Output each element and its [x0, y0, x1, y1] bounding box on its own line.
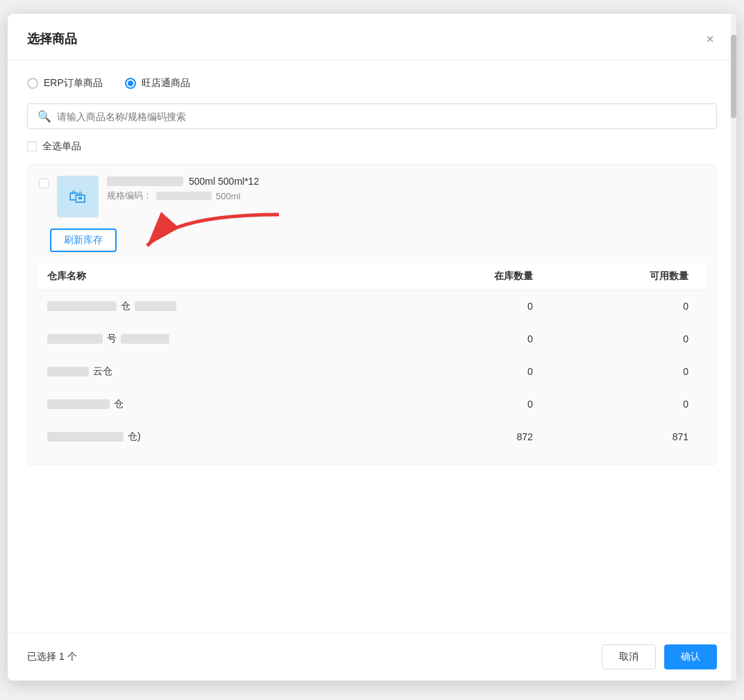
- table-row: 云仓 0 0: [39, 356, 705, 388]
- refresh-inventory-button[interactable]: 刷新库存: [50, 228, 117, 252]
- select-all-checkbox[interactable]: [27, 142, 37, 151]
- product-thumb-icon: 🛍: [69, 186, 87, 208]
- stock-cell-4: 0: [394, 388, 550, 421]
- col-header-available: 可用数量: [550, 263, 705, 290]
- footer-buttons: 取消 确认: [602, 644, 717, 669]
- select-all-label: 全选单品: [42, 140, 81, 153]
- scrollbar-track[interactable]: [731, 14, 736, 681]
- select-product-dialog: 选择商品 × ERP订单商品 旺店通商品 🔍: [8, 14, 736, 681]
- warehouse-suffix-3: 云仓: [93, 365, 112, 378]
- close-button[interactable]: ×: [703, 29, 717, 49]
- product-name-blur: [107, 176, 183, 186]
- warehouse-suffix-4: 仓: [114, 398, 124, 410]
- cancel-button[interactable]: 取消: [602, 644, 656, 669]
- warehouse-cell: 仓: [39, 290, 394, 323]
- radio-label-erp: ERP订单商品: [44, 77, 103, 90]
- available-cell-5: 871: [550, 421, 705, 453]
- search-icon: 🔍: [37, 110, 51, 123]
- stock-cell-1: 0: [394, 290, 550, 323]
- warehouse-suffix-2: 号: [107, 333, 117, 345]
- warehouse-cell: 仓: [39, 388, 394, 421]
- available-cell-1: 0: [550, 290, 705, 323]
- available-cell-3: 0: [550, 356, 705, 388]
- dialog-body: ERP订单商品 旺店通商品 🔍 全选单品: [8, 60, 736, 633]
- radio-group: ERP订单商品 旺店通商品: [27, 77, 717, 90]
- warehouse-blur-3: [47, 367, 89, 376]
- available-cell-2: 0: [550, 323, 705, 356]
- warehouse-suffix-1: 仓: [121, 300, 130, 312]
- select-all-row: 全选单品: [27, 140, 717, 153]
- warehouse-blur-2b: [121, 334, 169, 344]
- col-header-stock: 在库数量: [394, 263, 550, 290]
- warehouse-blur-2: [47, 334, 103, 344]
- sku-label: 规格编码：: [107, 190, 152, 202]
- dialog-title: 选择商品: [27, 31, 77, 47]
- scrollbar-thumb[interactable]: [731, 35, 736, 118]
- warehouse-cell: 仓): [39, 421, 394, 453]
- warehouse-cell: 号: [39, 323, 394, 356]
- stock-cell-2: 0: [394, 323, 550, 356]
- product-checkbox[interactable]: [39, 178, 49, 188]
- radio-circle-wdt: [125, 78, 136, 89]
- arrow-icon: [133, 208, 286, 263]
- product-card: 🛍 500ml 500ml*12 规格编码： 500ml: [27, 164, 717, 465]
- warehouse-blur-4: [47, 399, 110, 409]
- warehouse-blur-1b: [135, 301, 176, 311]
- product-sku-row: 规格编码： 500ml: [107, 190, 705, 202]
- radio-erp[interactable]: ERP订单商品: [27, 77, 103, 90]
- product-name-row: 500ml 500ml*12: [107, 176, 705, 187]
- warehouse-suffix-5: 仓): [128, 431, 141, 443]
- radio-label-wdt: 旺店通商品: [142, 77, 190, 90]
- selected-count: 已选择 1 个: [27, 651, 77, 663]
- search-input[interactable]: [57, 111, 707, 122]
- col-header-warehouse: 仓库名称: [39, 263, 394, 290]
- sku-suffix: 500ml: [216, 191, 240, 201]
- product-name-text: 500ml 500ml*12: [189, 176, 259, 187]
- dialog-header: 选择商品 ×: [8, 14, 736, 60]
- product-info: 500ml 500ml*12 规格编码： 500ml: [107, 176, 705, 202]
- warehouse-blur-1: [47, 301, 117, 311]
- search-box: 🔍: [27, 103, 717, 129]
- table-row: 仓 0 0: [39, 388, 705, 421]
- radio-wdt[interactable]: 旺店通商品: [125, 77, 190, 90]
- table-row: 仓) 872 871: [39, 421, 705, 453]
- available-cell-4: 0: [550, 388, 705, 421]
- table-row: 号 0 0: [39, 323, 705, 356]
- stock-cell-5: 872: [394, 421, 550, 453]
- warehouse-cell: 云仓: [39, 356, 394, 388]
- radio-circle-erp: [27, 78, 38, 89]
- confirm-button[interactable]: 确认: [664, 644, 717, 669]
- sku-blur: [156, 192, 212, 200]
- inventory-table: 仓库名称 在库数量 可用数量 仓: [39, 263, 705, 453]
- stock-cell-3: 0: [394, 356, 550, 388]
- warehouse-blur-5: [47, 432, 124, 442]
- refresh-area: 刷新库存: [50, 228, 705, 252]
- dialog-footer: 已选择 1 个 取消 确认: [8, 633, 736, 681]
- table-header-row: 仓库名称 在库数量 可用数量: [39, 263, 705, 290]
- table-row: 仓 0 0: [39, 290, 705, 323]
- product-thumbnail: 🛍: [57, 176, 99, 217]
